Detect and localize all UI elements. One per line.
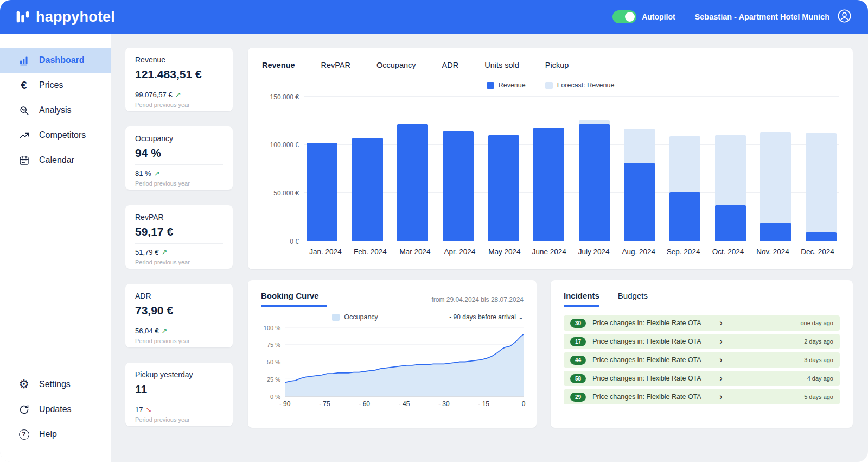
revenue-bar-segment: [579, 124, 610, 241]
bar-chart-x-labels: Jan. 2024Feb. 2024Mar 2024Apr. 2024May 2…: [304, 248, 839, 256]
revenue-bar-segment: [806, 232, 837, 241]
chevron-right-icon[interactable]: ›: [719, 374, 722, 383]
competitors-icon: [17, 130, 30, 141]
analysis-icon: [17, 105, 30, 116]
tab-booking-curve[interactable]: Booking Curve: [261, 291, 327, 307]
booking-curve-card: Booking Curve from 29.04.2024 bis 28.07.…: [248, 280, 537, 428]
revenue-bar-segment: [488, 135, 519, 241]
sidebar-item-prices[interactable]: €Prices: [0, 73, 111, 98]
chevron-right-icon[interactable]: ›: [719, 319, 722, 327]
booking-y-tick-label: 75 %: [261, 341, 280, 348]
trend-up-icon: ↗: [161, 248, 167, 256]
bar-sep-2024: [669, 97, 700, 241]
kpi-value: 59,17 €: [135, 225, 223, 238]
x-axis-tick-label: Sep. 2024: [665, 248, 703, 256]
sidebar-item-analysis[interactable]: Analysis: [0, 98, 111, 123]
sidebar-item-label: Competitors: [39, 130, 86, 140]
tab-units-sold[interactable]: Units sold: [484, 61, 519, 73]
tab-pickup[interactable]: Pickup: [545, 61, 569, 73]
incident-text: Price changes in: Flexible Rate OTA: [592, 356, 717, 364]
incident-count-badge: 58: [570, 374, 586, 383]
tab-adr[interactable]: ADR: [442, 61, 459, 73]
brand-logo[interactable]: happyhotel: [15, 9, 115, 26]
sidebar-bottom-nav: ⚙SettingsUpdates?Help: [0, 372, 111, 447]
legend-swatch: [487, 82, 494, 89]
y-axis-tick-label: 0 €: [262, 238, 299, 245]
booking-y-tick-label: 50 %: [261, 359, 280, 365]
kpi-card-pickup-yesterday: Pickup yesterday1117↘Period previous yea…: [125, 363, 233, 426]
y-axis-tick-label: 150.000 €: [262, 93, 299, 101]
sidebar-item-label: Settings: [39, 379, 71, 389]
main-content: Revenue121.483,51 €99.076,57 €↗Period pr…: [111, 34, 868, 462]
sidebar-item-label: Calendar: [39, 155, 74, 165]
sidebar-item-label: Help: [39, 429, 57, 439]
sidebar-item-calendar[interactable]: Calendar: [0, 148, 111, 173]
y-axis-tick-label: 50.000 €: [262, 189, 299, 197]
revenue-bar-segment: [397, 124, 428, 241]
revenue-bar-segment: [669, 192, 700, 241]
autopilot-group: Autopilot: [612, 10, 675, 23]
incident-time: 2 days ago: [804, 338, 833, 345]
booking-x-tick-label: - 60: [359, 400, 370, 408]
bar-jan-2024: [307, 97, 337, 241]
revenue-bar-segment: [624, 163, 655, 241]
booking-x-tick-label: - 45: [399, 400, 410, 408]
y-axis-tick-label: 100.000 €: [262, 141, 299, 149]
x-axis-tick-label: May 2024: [486, 248, 524, 256]
incident-time: 3 days ago: [804, 357, 833, 363]
autopilot-label: Autopilot: [642, 12, 675, 21]
calendar-icon: [17, 155, 30, 166]
autopilot-toggle[interactable]: [612, 10, 636, 23]
incident-text: Price changes in: Flexible Rate OTA: [592, 375, 717, 382]
incident-count-badge: 30: [570, 319, 586, 328]
incident-row[interactable]: 17Price changes in: Flexible Rate OTA›2 …: [564, 334, 840, 349]
sidebar-item-help[interactable]: ?Help: [0, 422, 111, 447]
incident-time: 4 day ago: [807, 375, 833, 382]
forecast-bar-segment: [806, 133, 837, 241]
chevron-right-icon[interactable]: ›: [719, 356, 722, 364]
sidebar-item-competitors[interactable]: Competitors: [0, 123, 111, 148]
chevron-right-icon[interactable]: ›: [719, 337, 722, 346]
revenue-bar-segment: [352, 138, 383, 241]
tab-occupancy[interactable]: Occupancy: [376, 61, 416, 73]
x-axis-tick-label: Nov. 2024: [754, 248, 792, 256]
avatar-icon[interactable]: [837, 9, 852, 26]
kpi-period-label: Period previous year: [135, 259, 223, 265]
incidents-tabs: IncidentsBudgets: [564, 291, 840, 307]
sidebar-item-settings[interactable]: ⚙Settings: [0, 372, 111, 397]
incident-row[interactable]: 30Price changes in: Flexible Rate OTA›on…: [564, 315, 840, 331]
divider: [135, 243, 223, 244]
tab-revenue[interactable]: Revenue: [262, 61, 295, 73]
days-before-arrival-dropdown[interactable]: - 90 days before arrival ⌄: [449, 313, 524, 321]
sidebar-item-label: Prices: [39, 80, 63, 90]
sidebar-item-dashboard[interactable]: Dashboard: [0, 48, 111, 73]
booking-x-tick-label: - 15: [478, 400, 489, 408]
tab-incidents[interactable]: Incidents: [564, 291, 599, 307]
kpi-card-adr: ADR73,90 €56,04 €↗Period previous year: [125, 284, 233, 347]
incident-row[interactable]: 44Price changes in: Flexible Rate OTA›3 …: [564, 352, 840, 368]
tab-revpar[interactable]: RevPAR: [321, 61, 350, 73]
divider: [135, 401, 223, 401]
tab-budgets[interactable]: Budgets: [618, 291, 648, 307]
x-axis-tick-label: Jan. 2024: [307, 248, 344, 256]
chart-legend: RevenueForecast: Revenue: [262, 81, 839, 89]
revenue-bar-segment: [443, 131, 474, 241]
incidents-card: IncidentsBudgets 30Price changes in: Fle…: [551, 280, 853, 428]
chevron-down-icon: ⌄: [518, 313, 524, 321]
incident-row[interactable]: 58Price changes in: Flexible Rate OTA›4 …: [564, 371, 840, 386]
occupancy-legend-label: Occupancy: [344, 313, 378, 321]
divider: [135, 86, 223, 86]
bar-nov-2024: [760, 97, 791, 241]
kpi-value: 121.483,51 €: [135, 68, 223, 81]
sidebar-item-updates[interactable]: Updates: [0, 397, 111, 422]
chevron-right-icon[interactable]: ›: [719, 393, 722, 401]
x-axis-tick-label: Apr. 2024: [441, 248, 478, 256]
kpi-previous-value: 99.076,57 €↗: [135, 91, 223, 99]
user-menu[interactable]: Sebastian - Apartment Hotel Munich: [695, 9, 852, 26]
kpi-previous-value: 51,79 €↗: [135, 248, 223, 256]
kpi-title: Occupancy: [135, 134, 223, 143]
trend-up-icon: ↗: [175, 91, 181, 99]
euro-icon: €: [17, 80, 30, 91]
kpi-period-label: Period previous year: [135, 338, 223, 344]
incident-row[interactable]: 29Price changes in: Flexible Rate OTA›5 …: [564, 389, 840, 404]
